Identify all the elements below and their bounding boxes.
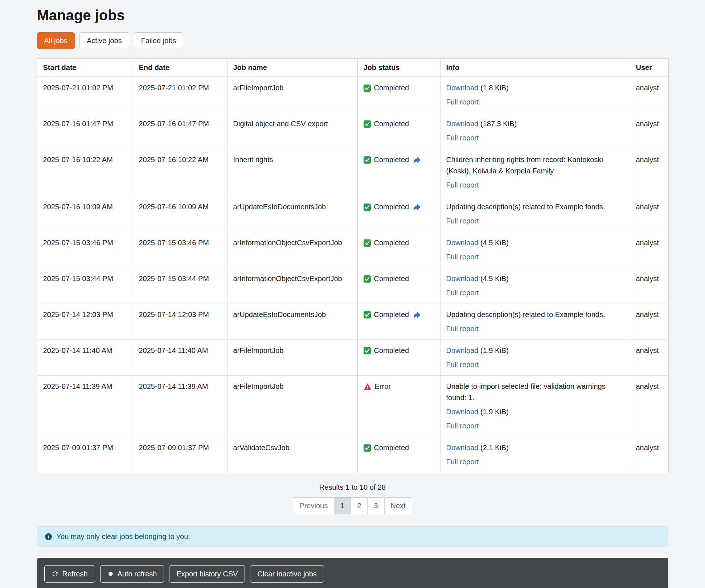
- download-link[interactable]: Download: [446, 444, 479, 452]
- table-row: 2025-07-16 10:09 AM 2025-07-16 10:09 AM …: [37, 196, 668, 232]
- completed-check-icon: [364, 156, 371, 164]
- export-history-csv-button[interactable]: Export history CSV: [169, 565, 245, 583]
- status-label: Completed: [374, 273, 409, 284]
- pagination: Previous 1 2 3 Next: [37, 497, 668, 514]
- download-link[interactable]: Download: [446, 84, 479, 92]
- info-cell: Download (187.3 KiB) Full report: [440, 113, 630, 149]
- user-cell: analyst: [630, 113, 668, 149]
- full-report-link[interactable]: Full report: [446, 134, 479, 142]
- status-label: Completed: [374, 82, 409, 94]
- download-link[interactable]: Download: [446, 346, 479, 354]
- table-row: 2025-07-14 12:03 PM 2025-07-14 12:03 PM …: [37, 304, 668, 340]
- status-label: Completed: [374, 237, 409, 248]
- full-report-link[interactable]: Full report: [446, 325, 479, 333]
- pagination-page-3[interactable]: 3: [367, 497, 384, 514]
- download-link[interactable]: Download: [446, 408, 479, 416]
- completed-check-icon: [364, 120, 371, 128]
- results-summary: Results 1 to 10 of 28: [37, 483, 668, 492]
- refresh-icon: [52, 570, 59, 577]
- job-status-cell: Completed: [357, 77, 440, 113]
- share-arrow-icon: [413, 156, 421, 164]
- full-report-line: Full report: [446, 323, 624, 334]
- info-cell: Download (4.5 KiB) Full report: [440, 232, 630, 268]
- user-cell: analyst: [630, 149, 668, 196]
- job-status-cell: Error: [357, 376, 440, 437]
- info-cell: Download (4.5 KiB) Full report: [440, 268, 630, 304]
- refresh-button[interactable]: Refresh: [44, 565, 95, 583]
- full-report-line: Full report: [446, 180, 624, 191]
- full-report-link[interactable]: Full report: [446, 458, 479, 466]
- pagination-next[interactable]: Next: [384, 497, 412, 514]
- table-row: 2025-07-15 03:44 PM 2025-07-15 03:44 PM …: [37, 268, 668, 304]
- download-link[interactable]: Download: [446, 239, 479, 247]
- start-date-cell: 2025-07-14 12:03 PM: [37, 304, 133, 340]
- filter-all-jobs-button[interactable]: All jobs: [37, 32, 75, 49]
- full-report-line: Full report: [446, 287, 624, 299]
- full-report-link[interactable]: Full report: [446, 217, 479, 225]
- user-cell: analyst: [630, 304, 668, 340]
- filter-active-jobs-button[interactable]: Active jobs: [79, 32, 129, 49]
- table-row: 2025-07-21 01:02 PM 2025-07-21 01:02 PM …: [37, 77, 668, 113]
- info-cell: Updating description(s) related to Examp…: [440, 196, 630, 232]
- status-label: Completed: [374, 201, 409, 213]
- job-name-cell: arInformationObjectCsvExportJob: [227, 268, 357, 304]
- job-status-cell: Completed: [357, 149, 440, 196]
- job-status-cell: Completed: [357, 340, 440, 376]
- job-status-cell: Completed: [357, 113, 440, 149]
- table-row: 2025-07-15 03:46 PM 2025-07-15 03:46 PM …: [37, 232, 668, 268]
- start-date-cell: 2025-07-21 01:02 PM: [37, 77, 133, 113]
- full-report-line: Full report: [446, 420, 624, 432]
- pagination-page-2[interactable]: 2: [351, 497, 368, 514]
- start-date-cell: 2025-07-16 10:22 AM: [37, 149, 133, 196]
- full-report-line: Full report: [446, 132, 624, 144]
- page-title: Manage jobs: [37, 7, 668, 24]
- info-cell: Download (1.9 KiB) Full report: [440, 340, 630, 376]
- header-end-date: End date: [133, 59, 227, 77]
- job-name-cell: arUpdateEsIoDocumentsJob: [227, 196, 357, 232]
- download-link[interactable]: Download: [446, 120, 479, 128]
- full-report-line: Full report: [446, 359, 624, 370]
- job-name-cell: Inherit rights: [227, 149, 357, 196]
- completed-check-icon: [364, 203, 371, 211]
- auto-refresh-circle-icon: [107, 571, 114, 577]
- user-cell: analyst: [630, 232, 668, 268]
- export-history-csv-label: Export history CSV: [176, 569, 238, 579]
- clear-inactive-jobs-label: Clear inactive jobs: [257, 569, 316, 579]
- end-date-cell: 2025-07-09 01:37 PM: [133, 437, 227, 473]
- info-cell: Children inheriting rights from record: …: [440, 149, 630, 196]
- job-name-cell: arInformationObjectCsvExportJob: [227, 232, 357, 268]
- full-report-line: Full report: [446, 96, 624, 108]
- user-cell: analyst: [630, 77, 668, 113]
- download-line: Download (1.9 KiB): [446, 406, 624, 418]
- download-size: (1.8 KiB): [478, 84, 508, 92]
- full-report-link[interactable]: Full report: [446, 98, 479, 106]
- end-date-cell: 2025-07-14 12:03 PM: [133, 304, 227, 340]
- auto-refresh-button[interactable]: Auto refresh: [100, 565, 164, 583]
- info-text: Unable to import selected file: validati…: [446, 381, 624, 403]
- header-job-status: Job status: [357, 59, 440, 77]
- header-user: User: [630, 59, 668, 77]
- full-report-link[interactable]: Full report: [446, 361, 479, 369]
- pagination-previous[interactable]: Previous: [293, 497, 334, 514]
- full-report-link[interactable]: Full report: [446, 289, 479, 297]
- status-label: Completed: [374, 442, 409, 453]
- info-alert: You may only clear jobs belonging to you…: [37, 526, 668, 547]
- full-report-link[interactable]: Full report: [446, 181, 479, 189]
- end-date-cell: 2025-07-15 03:46 PM: [133, 232, 227, 268]
- end-date-cell: 2025-07-16 10:09 AM: [133, 196, 227, 232]
- full-report-link[interactable]: Full report: [446, 422, 479, 430]
- job-name-cell: arUpdateEsIoDocumentsJob: [227, 304, 357, 340]
- start-date-cell: 2025-07-14 11:39 AM: [37, 376, 133, 437]
- clear-inactive-jobs-button[interactable]: Clear inactive jobs: [250, 565, 324, 583]
- job-actions-bar: Refresh Auto refresh Export history CSV …: [37, 558, 668, 588]
- table-row: 2025-07-16 01:47 PM 2025-07-16 01:47 PM …: [37, 113, 668, 149]
- jobs-table: Start date End date Job name Job status …: [37, 58, 669, 473]
- filter-failed-jobs-button[interactable]: Failed jobs: [134, 32, 184, 49]
- table-row: 2025-07-14 11:39 AM 2025-07-14 11:39 AM …: [37, 376, 668, 437]
- full-report-link[interactable]: Full report: [446, 253, 479, 261]
- pagination-page-1[interactable]: 1: [334, 497, 351, 514]
- user-cell: analyst: [630, 268, 668, 304]
- download-link[interactable]: Download: [446, 275, 479, 283]
- job-status-cell: Completed: [357, 268, 440, 304]
- manage-jobs-page: Manage jobs All jobs Active jobs Failed …: [37, 0, 668, 588]
